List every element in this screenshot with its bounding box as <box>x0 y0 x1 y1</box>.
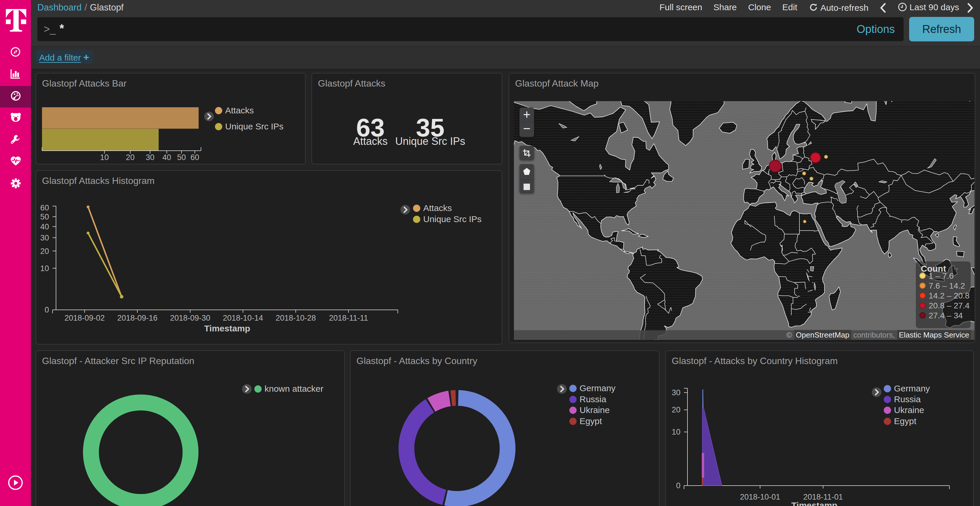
svg-text:10: 10 <box>100 153 109 162</box>
svg-text:0: 0 <box>45 306 49 314</box>
svg-text:2018-10-28: 2018-10-28 <box>275 314 316 322</box>
svg-text:0: 0 <box>676 481 681 490</box>
svg-text:50: 50 <box>177 153 186 162</box>
svg-text:40: 40 <box>40 222 49 231</box>
svg-text:2018-09-02: 2018-09-02 <box>64 314 105 322</box>
svg-text:7.6 – 14.2: 7.6 – 14.2 <box>929 281 965 290</box>
svg-text:10: 10 <box>40 264 49 273</box>
svg-text:1 – 7.6: 1 – 7.6 <box>929 271 954 281</box>
svg-text:2018-10-01: 2018-10-01 <box>740 493 780 501</box>
svg-text:Timestamp: Timestamp <box>791 500 837 506</box>
svg-text:30: 30 <box>672 388 681 397</box>
svg-text:20: 20 <box>40 247 49 255</box>
svg-text:2018-11-11: 2018-11-11 <box>329 314 368 322</box>
svg-text:2018-10-14: 2018-10-14 <box>223 314 263 322</box>
svg-text:50: 50 <box>40 213 49 221</box>
svg-text:60: 60 <box>191 153 199 162</box>
svg-text:20.8 – 27.4: 20.8 – 27.4 <box>929 301 969 310</box>
svg-text:20: 20 <box>672 405 681 414</box>
svg-text:2018-09-30: 2018-09-30 <box>170 314 210 322</box>
svg-text:40: 40 <box>162 153 171 162</box>
svg-text:2018-11-01: 2018-11-01 <box>803 493 843 501</box>
svg-text:30: 30 <box>146 153 154 162</box>
svg-text:60: 60 <box>40 203 49 212</box>
svg-text:10: 10 <box>672 428 681 436</box>
svg-text:30: 30 <box>40 233 49 242</box>
svg-text:27.4 – 34: 27.4 – 34 <box>929 311 963 320</box>
svg-text:2018-09-16: 2018-09-16 <box>117 314 158 322</box>
svg-text:20: 20 <box>126 153 134 162</box>
svg-text:14.2 – 20.8: 14.2 – 20.8 <box>929 291 969 300</box>
